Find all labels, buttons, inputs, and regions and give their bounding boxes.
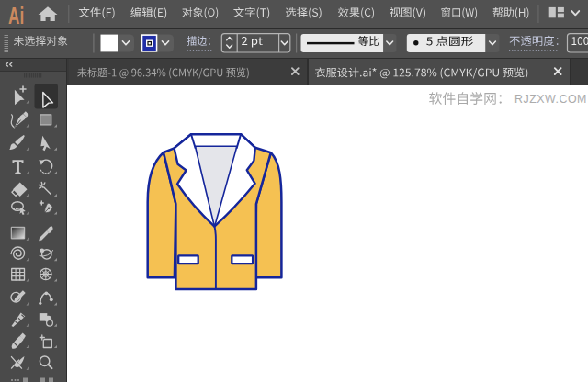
svg-text:RJZXW.COM: RJZXW.COM xyxy=(514,93,587,106)
